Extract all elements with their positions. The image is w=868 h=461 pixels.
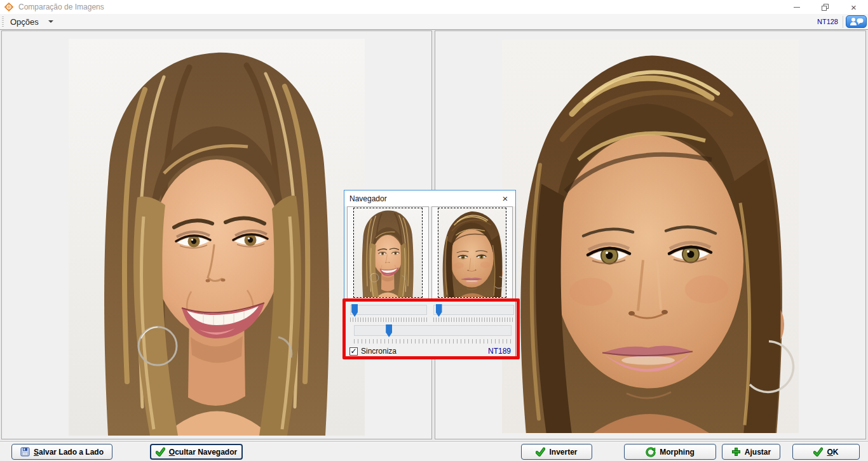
window-titlebar: Comparação de Imagens × xyxy=(0,0,868,14)
menu-opcoes-label: Opções xyxy=(10,17,39,27)
close-icon: × xyxy=(851,3,857,12)
right-photo-closeup[interactable] xyxy=(502,39,799,433)
tick-marks xyxy=(433,317,514,322)
right-thumbnail-viewport[interactable] xyxy=(438,208,507,298)
button-label: Morphing xyxy=(660,448,695,457)
left-photo-smiling[interactable] xyxy=(69,39,365,436)
sync-zoom-slider[interactable] xyxy=(354,325,512,336)
app-diamond-icon xyxy=(4,3,13,11)
minimize-button[interactable] xyxy=(782,0,811,14)
left-thumbnail-viewport[interactable] xyxy=(353,208,423,298)
restore-icon xyxy=(822,4,829,11)
navigator-title: Navegador xyxy=(349,194,387,203)
navigator-titlebar[interactable]: Navegador × xyxy=(344,190,515,206)
slider-thumb[interactable] xyxy=(386,324,392,337)
window-title: Comparação de Imagens xyxy=(18,3,104,11)
right-thumbnail-panel xyxy=(431,206,513,301)
plus-icon xyxy=(731,447,741,457)
ok-button[interactable]: OK xyxy=(792,444,860,460)
status-code-nt128: NT128 xyxy=(817,18,838,25)
navigator-dialog: Navegador × ✓ xyxy=(344,190,516,357)
inverter-button[interactable]: Inverter xyxy=(521,444,592,460)
slider-thumb[interactable] xyxy=(436,304,442,317)
user-chat-button[interactable] xyxy=(846,15,867,28)
menubar: Opções NT128 xyxy=(0,14,868,30)
right-zoom-slider[interactable] xyxy=(433,305,514,315)
ocultar-navegador-button[interactable]: Ocultar Navegador xyxy=(150,444,243,460)
sincroniza-label: Sincroniza xyxy=(361,347,397,356)
button-label: Ajustar xyxy=(745,448,771,457)
check-icon xyxy=(813,447,823,457)
button-label: OK xyxy=(827,448,838,457)
left-thumbnail-panel xyxy=(347,206,429,301)
person-chat-icon xyxy=(849,17,864,26)
morphing-button[interactable]: Morphing xyxy=(624,444,716,460)
restore-button[interactable] xyxy=(811,0,839,14)
sincroniza-checkbox[interactable]: ✓ xyxy=(349,347,358,356)
menu-opcoes[interactable]: Opções xyxy=(10,17,53,27)
comparison-workarea: Navegador × ✓ xyxy=(0,30,868,441)
check-icon xyxy=(536,447,545,457)
button-label: Inverter xyxy=(549,448,577,457)
button-label: Ocultar Navegador xyxy=(169,448,237,457)
close-button[interactable]: × xyxy=(839,0,868,14)
tick-marks xyxy=(350,317,427,322)
morphing-icon xyxy=(646,447,656,457)
left-zoom-slider[interactable] xyxy=(350,305,427,315)
close-icon: × xyxy=(503,193,508,204)
chevron-down-icon xyxy=(48,20,53,23)
bottom-button-bar: Salvar Lado a Lado Ocultar Navegador Inv… xyxy=(0,441,868,461)
check-icon xyxy=(156,447,165,457)
minimize-icon xyxy=(794,7,800,8)
slider-thumb[interactable] xyxy=(351,304,358,317)
status-code-nt189: NT189 xyxy=(488,347,511,356)
salvar-lado-a-lado-button[interactable]: Salvar Lado a Lado xyxy=(11,444,112,460)
button-label: Salvar Lado a Lado xyxy=(34,448,104,457)
navigator-close-button[interactable]: × xyxy=(495,190,515,206)
ajustar-button[interactable]: Ajustar xyxy=(722,444,780,460)
save-icon xyxy=(20,447,30,457)
separator xyxy=(843,16,843,28)
tick-marks xyxy=(354,339,512,344)
toolbar-grip xyxy=(2,17,4,27)
